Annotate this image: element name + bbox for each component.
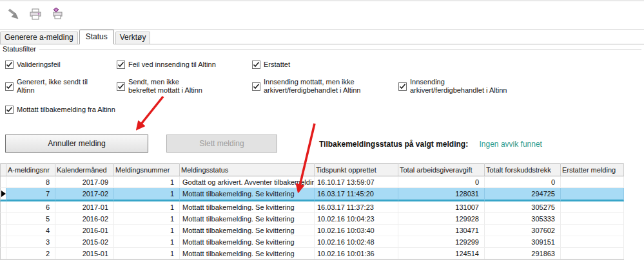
- checkbox-label: Innsendingarkivert/ferdigbehandlet i Alt…: [410, 78, 507, 95]
- cell-3: Mottatt tilbakemelding. Se kvittering: [180, 188, 315, 201]
- checkbox-label: Erstattet: [264, 61, 290, 69]
- cell-0: 7: [6, 188, 55, 201]
- cell-1: 2017-02: [55, 188, 114, 201]
- cell-4: 10.02.16 10:02:48: [315, 236, 398, 248]
- cell-2: 1: [114, 201, 180, 213]
- cell-2: 1: [114, 225, 180, 236]
- cell-0: 2: [6, 248, 55, 259]
- row-selector-gutter-header: [0, 163, 6, 176]
- cell-4: 10.02.16 10:01:36: [315, 248, 398, 259]
- cell-7: [561, 201, 624, 213]
- checkbox-icon: [5, 61, 14, 69]
- cell-3: Mottatt tilbakemelding. Se kvittering: [180, 201, 315, 213]
- checkbox-sendt-men-ikke-bekreftet-mottatt[interactable]: Sendt, men ikkebekreftet mottatt i Altin…: [117, 78, 202, 95]
- slett-melding-button[interactable]: Slett melding: [166, 135, 277, 153]
- cell-5: 130471: [398, 225, 485, 236]
- cell-4: 16.10.17 13:59:07: [315, 176, 398, 188]
- table-row[interactable]: 52016-021Mottatt tilbakemelding. Se kvit…: [0, 213, 624, 225]
- cell-1: 2017-09: [55, 176, 114, 188]
- checkbox-label: Mottatt tilbakemelding fra Altinn: [17, 106, 115, 114]
- checkbox-generert-ikke-sendt-til-altinn[interactable]: Generert, ikke sendt tilAltinn: [5, 78, 88, 95]
- checkbox-feil-ved-innsending-til-altinn[interactable]: Feil ved innsending til Altinn: [117, 61, 216, 69]
- column-header[interactable]: Tidspunkt opprettet: [315, 163, 398, 176]
- cell-6: 305333: [485, 213, 561, 225]
- column-header[interactable]: Kalendermåned: [55, 163, 114, 176]
- tilbakemeldingsstatus-line: Tilbakemeldingsstatus på valgt melding: …: [319, 140, 542, 149]
- checkbox-icon: [5, 106, 14, 114]
- checkbox-label: Sendt, men ikkebekreftet mottatt i Altin…: [128, 78, 202, 95]
- table-row-selected[interactable]: 72017-021Mottatt tilbakemelding. Se kvit…: [0, 188, 624, 201]
- checkbox-innsending-mottatt-men-ikke-arkivert[interactable]: Innsending mottatt, men ikkearkivert/fer…: [252, 78, 360, 95]
- row-selector-gutter: [0, 213, 6, 225]
- cell-2: 1: [114, 213, 180, 225]
- a-melding-table: A-meldingsnrKalendermånedMeldingsnummerM…: [0, 163, 624, 260]
- table-row[interactable]: 82017-091Godtatt og arkivert. Avventer t…: [0, 176, 624, 188]
- cell-2: 1: [114, 176, 180, 188]
- send-arrow-icon[interactable]: [5, 6, 22, 23]
- checkbox-erstattet[interactable]: Erstattet: [252, 61, 290, 69]
- cell-5: 124514: [398, 248, 485, 259]
- cell-0: 4: [6, 225, 55, 236]
- checkbox-label: Generert, ikke sendt tilAltinn: [17, 78, 88, 95]
- column-header[interactable]: A-meldingsnr: [6, 163, 55, 176]
- tilbakemeldingsstatus-value: Ingen avvik funnet: [480, 140, 542, 149]
- checkbox-icon: [252, 61, 260, 69]
- table-row[interactable]: 22015-011Mottatt tilbakemelding. Se kvit…: [0, 248, 624, 259]
- row-selector-gutter: [0, 188, 6, 201]
- tab-verktoy[interactable]: Verktøy: [115, 32, 151, 44]
- row-selector-gutter: [0, 225, 6, 236]
- table-row[interactable]: 62017-011Mottatt tilbakemelding. Se kvit…: [0, 201, 624, 213]
- statusfilter-groupbox-header: Statusfilter: [3, 45, 641, 53]
- cell-2: 1: [114, 188, 180, 201]
- annuller-melding-button[interactable]: Annuller melding: [5, 135, 148, 153]
- cell-6: 309151: [485, 236, 561, 248]
- column-header[interactable]: Erstatter melding: [561, 163, 624, 176]
- cell-5: 128031: [398, 188, 485, 201]
- cell-7: [561, 236, 624, 248]
- checkbox-mottatt-tilbakemelding-fra-altinn[interactable]: Mottatt tilbakemelding fra Altinn: [5, 106, 115, 114]
- print-icon[interactable]: [27, 6, 44, 23]
- cell-1: 2016-02: [55, 213, 114, 225]
- print-setup-icon[interactable]: [49, 6, 66, 23]
- tab-generere-a-melding[interactable]: Generere a-melding: [0, 32, 78, 44]
- column-header[interactable]: Meldingsstatus: [180, 163, 315, 176]
- column-header[interactable]: Meldingsnummer: [114, 163, 180, 176]
- checkbox-icon: [5, 82, 14, 91]
- cell-1: 2017-01: [55, 201, 114, 213]
- checkbox-label: Valideringsfeil: [17, 61, 61, 69]
- checkbox-label: Innsending mottatt, men ikkearkivert/fer…: [264, 78, 360, 95]
- checkbox-innsending-arkivert-ferdigbehandlet[interactable]: Innsendingarkivert/ferdigbehandlet i Alt…: [398, 78, 507, 95]
- cell-7: [561, 188, 624, 201]
- groupbox-rule: [39, 49, 641, 50]
- cell-4: 10.02.16 10:04:23: [315, 213, 398, 225]
- cell-4: 16.03.17 11:45:20: [315, 188, 398, 201]
- send-arrow-glyph: [6, 6, 21, 22]
- print-setup-glyph: [50, 6, 65, 22]
- tab-label: Generere a-melding: [5, 33, 73, 42]
- table-row[interactable]: 42016-011Mottatt tilbakemelding. Se kvit…: [0, 225, 624, 236]
- print-glyph: [28, 6, 43, 22]
- cell-6: 0: [485, 176, 561, 188]
- row-selector-gutter: [0, 201, 6, 213]
- checkbox-icon: [117, 82, 125, 91]
- checkbox-valideringsfeil[interactable]: Valideringsfeil: [5, 61, 61, 69]
- red-arrow-to-annuller-button: [137, 97, 163, 129]
- checkbox-icon: [252, 82, 260, 91]
- row-selector-gutter: [0, 236, 6, 248]
- cell-1: 2015-02: [55, 236, 114, 248]
- statusfilter-title: Statusfilter: [3, 45, 36, 53]
- cell-7: [561, 213, 624, 225]
- cell-5: 131007: [398, 201, 485, 213]
- checkbox-icon: [117, 61, 125, 69]
- column-header[interactable]: Total arbeidsgiveravgift: [398, 163, 485, 176]
- cell-2: 1: [114, 236, 180, 248]
- cell-3: Mottatt tilbakemelding. Se kvittering: [180, 248, 315, 259]
- cell-7: [561, 248, 624, 259]
- tab-status[interactable]: Status: [79, 30, 114, 44]
- cell-4: 10.02.16 10:03:40: [315, 225, 398, 236]
- cell-3: Godtatt og arkivert. Avventer tilbakemel…: [180, 176, 315, 188]
- cell-6: 307602: [485, 225, 561, 236]
- row-selector-gutter: [0, 176, 6, 188]
- column-header[interactable]: Totalt forskuddstrekk: [485, 163, 561, 176]
- table-row[interactable]: 32015-021Mottatt tilbakemelding. Se kvit…: [0, 236, 624, 248]
